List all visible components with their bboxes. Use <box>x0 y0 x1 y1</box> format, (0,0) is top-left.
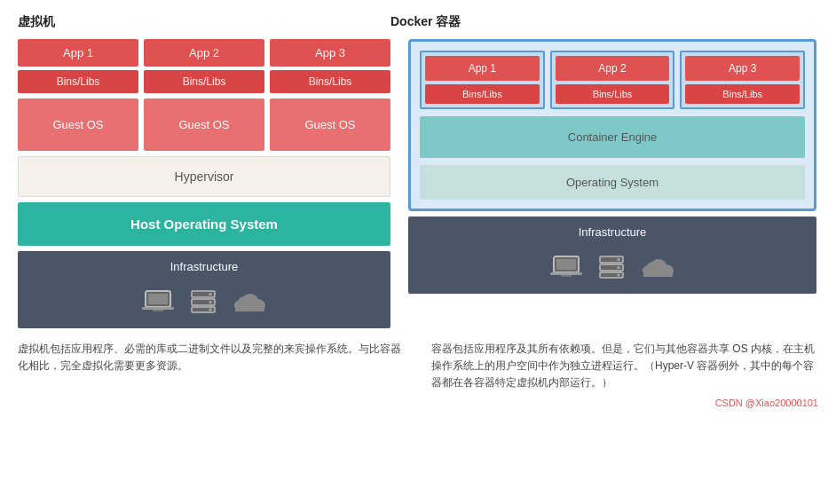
vm-infra-block: Infrastructure <box>18 251 390 328</box>
vm-app-col-2: App 2 Bins/Libs <box>144 39 264 93</box>
svg-rect-14 <box>235 305 264 311</box>
docker-infra-label: Infrastructure <box>408 217 816 248</box>
svg-rect-3 <box>153 310 163 311</box>
docker-outer-container: App 1 Bins/Libs App 2 Bins/Libs App 3 Bi… <box>408 39 816 211</box>
vm-bins3-label: Bins/Libs <box>270 70 390 93</box>
docker-infra-block: Infrastructure <box>408 217 816 294</box>
vm-description: 虚拟机包括应用程序、必需的库或二进制文件以及完整的来宾操作系统。与比容器化相比，… <box>18 341 405 374</box>
docker-bins1-label: Bins/Libs <box>425 84 540 104</box>
svg-point-7 <box>209 301 212 303</box>
vm-diagram: App 1 Bins/Libs App 2 Bins/Libs App 3 Bi… <box>18 39 390 328</box>
svg-point-5 <box>209 293 212 295</box>
server-icon <box>190 289 217 319</box>
vm-app3-label: App 3 <box>270 39 390 67</box>
docker-app3-label: App 3 <box>685 56 800 81</box>
docker-title-col: Docker 容器 <box>390 14 799 30</box>
svg-rect-18 <box>561 275 572 277</box>
docker-laptop-icon <box>550 255 582 285</box>
cloud-icon <box>233 289 266 319</box>
docker-app1-label: App 1 <box>425 56 540 81</box>
vm-hypervisor-label: Hypervisor <box>18 156 390 197</box>
vm-app-col-1: App 1 Bins/Libs <box>18 39 138 93</box>
docker-bins2-label: Bins/Libs <box>556 84 670 104</box>
docker-app2-label: App 2 <box>556 56 670 81</box>
vm-section-title: 虚拟机 <box>18 14 55 28</box>
diagrams-row: App 1 Bins/Libs App 2 Bins/Libs App 3 Bi… <box>18 39 818 328</box>
svg-rect-17 <box>550 272 582 275</box>
svg-point-24 <box>618 274 620 277</box>
svg-point-22 <box>618 266 620 269</box>
vm-title-col: 虚拟机 <box>18 14 390 30</box>
docker-bins3-label: Bins/Libs <box>685 84 800 104</box>
docker-os-label: Operating System <box>420 165 805 200</box>
docker-desc-col: 容器包括应用程序及其所有依赖项。但是，它们与其他容器共享 OS 内核，在主机操作… <box>431 341 818 411</box>
docker-description: 容器包括应用程序及其所有依赖项。但是，它们与其他容器共享 OS 内核，在主机操作… <box>431 341 818 392</box>
docker-apps-row: App 1 Bins/Libs App 2 Bins/Libs App 3 Bi… <box>420 51 805 109</box>
docker-server-icon <box>598 255 625 285</box>
vm-infra-label: Infrastructure <box>18 251 390 282</box>
vm-bins1-label: Bins/Libs <box>18 70 138 93</box>
bottom-text-row: 虚拟机包括应用程序、必需的库或二进制文件以及完整的来宾操作系统。与比容器化相比，… <box>18 341 818 411</box>
laptop-icon <box>142 289 174 319</box>
svg-point-20 <box>618 258 620 261</box>
vm-apps-row: App 1 Bins/Libs App 2 Bins/Libs App 3 Bi… <box>18 39 390 93</box>
vm-guestos3: Guest OS <box>270 98 390 151</box>
docker-container-engine-label: Container Engine <box>420 116 805 158</box>
svg-rect-29 <box>643 271 673 277</box>
svg-point-9 <box>209 309 212 311</box>
titles-row: 虚拟机 Docker 容器 <box>18 14 818 30</box>
docker-section-title: Docker 容器 <box>390 14 461 28</box>
csdn-credit: CSDN @Xiao20000101 <box>431 396 818 412</box>
vm-app2-label: App 2 <box>144 39 264 67</box>
vm-bins2-label: Bins/Libs <box>144 70 264 93</box>
vm-infra-icons <box>18 282 390 328</box>
docker-cloud-icon <box>641 255 674 285</box>
svg-rect-16 <box>556 259 576 270</box>
svg-rect-1 <box>148 294 168 304</box>
vm-guestos1: Guest OS <box>18 98 138 151</box>
docker-app-col-3: App 3 Bins/Libs <box>680 51 805 109</box>
vm-hostos-label: Host Operating System <box>18 202 390 246</box>
vm-app1-label: App 1 <box>18 39 138 67</box>
svg-rect-2 <box>142 307 174 310</box>
vm-app-col-3: App 3 Bins/Libs <box>270 39 390 93</box>
vm-desc-col: 虚拟机包括应用程序、必需的库或二进制文件以及完整的来宾操作系统。与比容器化相比，… <box>18 341 405 411</box>
vm-guest-os-row: Guest OS Guest OS Guest OS <box>18 98 390 151</box>
vm-guestos2: Guest OS <box>144 98 264 151</box>
docker-app-col-1: App 1 Bins/Libs <box>420 51 545 109</box>
docker-infra-icons <box>408 248 816 294</box>
docker-diagram: App 1 Bins/Libs App 2 Bins/Libs App 3 Bi… <box>408 39 816 294</box>
docker-app-col-2: App 2 Bins/Libs <box>550 51 675 109</box>
